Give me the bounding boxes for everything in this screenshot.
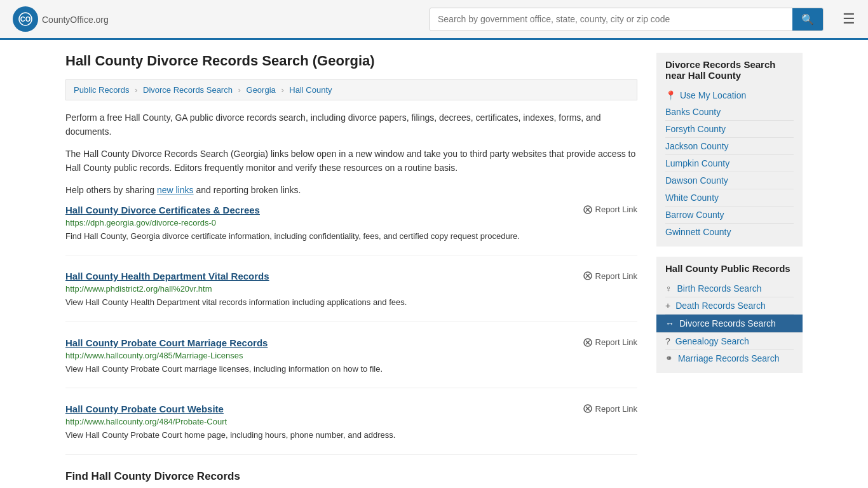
main-content: Hall County Divorce Records Search (Geor… [65,53,637,485]
public-record-link-3[interactable]: Genealogy Search [675,336,749,346]
new-links-link[interactable]: new links [157,185,194,195]
svg-text:CO: CO [20,15,31,23]
public-record-link-2[interactable]: Divorce Records Search [679,318,776,329]
nearby-county-link[interactable]: Barrow County [665,210,724,220]
rec-icon-4: ⚭ [665,353,673,363]
search-input[interactable] [430,8,792,30]
use-my-location[interactable]: 📍 Use My Location [665,87,794,104]
breadcrumb-sep-3: › [281,85,283,95]
nearby-county-link[interactable]: White County [665,193,719,203]
result-desc: View Hall County Health Department vital… [65,296,637,309]
logo-text: CountyOffice.org [42,13,109,26]
report-link-2[interactable]: Report Link [583,337,637,348]
public-record-item[interactable]: + Death Records Search [665,297,794,315]
search-button[interactable]: 🔍 [792,8,823,30]
result-desc: View Hall County Probate Court marriage … [65,363,637,376]
result-title-link[interactable]: Hall County Divorce Certificates & Decre… [65,205,260,215]
nearby-counties-list: Banks CountyForsyth CountyJackson County… [665,104,794,240]
nearby-county-item: Dawson County [665,172,794,189]
rec-icon-2: ↔ [665,318,674,329]
nearby-county-link[interactable]: Lumpkin County [665,158,729,168]
nearby-county-link[interactable]: Banks County [665,107,721,117]
nearby-county-item: Jackson County [665,138,794,155]
public-record-link-4[interactable]: Marriage Records Search [678,353,780,363]
result-url: http://www.hallcounty.org/484/Probate-Co… [65,417,637,426]
header: CO CountyOffice.org 🔍 ☰ [0,0,868,40]
description-1: Perform a free Hall County, GA public di… [65,111,637,139]
result-url: https://dph.georgia.gov/divorce-records-… [65,218,637,227]
logo-link[interactable]: CO CountyOffice.org [13,6,109,32]
nearby-county-item: Banks County [665,104,794,121]
public-record-item[interactable]: ? Genealogy Search [665,333,794,350]
public-record-link-0[interactable]: Birth Records Search [677,283,762,294]
result-title-link[interactable]: Hall County Health Department Vital Reco… [65,271,269,281]
nearby-county-link[interactable]: Dawson County [665,175,728,186]
nearby-county-link[interactable]: Jackson County [665,141,729,151]
nearby-section-title: Divorce Records Search near Hall County [665,59,794,81]
breadcrumb-public-records[interactable]: Public Records [74,85,129,95]
breadcrumb-hall-county[interactable]: Hall County [289,85,332,95]
result-desc: Find Hall County, Georgia divorce certif… [65,230,637,243]
rec-icon-3: ? [665,336,670,346]
pin-icon: 📍 [665,90,676,100]
result-url: http://www.phdistrict2.org/hall%20vr.htm [65,284,637,294]
nearby-county-link[interactable]: Gwinnett County [665,227,731,237]
result-item: Hall County Health Department Vital Reco… [65,271,637,322]
public-record-item[interactable]: ⚭ Marriage Records Search [665,350,794,367]
nearby-section: Divorce Records Search near Hall County … [656,53,803,247]
result-item: Hall County Probate Court Website Report… [65,403,637,455]
public-record-link-1[interactable]: Death Records Search [675,301,766,311]
search-bar: 🔍 [430,8,824,31]
result-desc: View Hall County Probate Court home page… [65,429,637,442]
public-records-section: Hall County Public Records ♀ Birth Recor… [656,257,803,373]
result-title-link[interactable]: Hall County Probate Court Website [65,403,224,414]
report-link-3[interactable]: Report Link [583,403,637,414]
result-url: http://www.hallcounty.org/485/Marriage-L… [65,351,637,360]
description-2: The Hall County Divorce Records Search (… [65,147,637,175]
logo-icon: CO [13,6,38,32]
rec-icon-0: ♀ [665,283,672,294]
nearby-county-link[interactable]: Forsyth County [665,124,726,134]
breadcrumb: Public Records › Divorce Records Search … [65,79,637,100]
results-container: Hall County Divorce Certificates & Decre… [65,205,637,455]
breadcrumb-sep-1: › [135,85,137,95]
public-record-item[interactable]: ♀ Birth Records Search [665,280,794,297]
nearby-county-item: Barrow County [665,207,794,224]
result-item: Hall County Divorce Certificates & Decre… [65,205,637,256]
public-records-list: ♀ Birth Records Search + Death Records S… [665,280,794,367]
report-link-0[interactable]: Report Link [583,205,637,215]
public-record-item[interactable]: ↔ Divorce Records Search [656,315,803,333]
page-title: Hall County Divorce Records Search (Geor… [65,53,637,69]
description-3: Help others by sharing new links and rep… [65,183,637,197]
rec-icon-1: + [665,301,670,311]
menu-icon[interactable]: ☰ [843,11,855,27]
report-link-1[interactable]: Report Link [583,271,637,281]
breadcrumb-divorce-records[interactable]: Divorce Records Search [143,85,233,95]
result-title-link[interactable]: Hall County Probate Court Marriage Recor… [65,337,268,348]
result-item: Hall County Probate Court Marriage Recor… [65,337,637,389]
nearby-county-item: White County [665,189,794,207]
sidebar: Divorce Records Search near Hall County … [656,53,803,485]
breadcrumb-georgia[interactable]: Georgia [247,85,276,95]
public-records-title: Hall County Public Records [665,263,794,274]
main-container: Hall County Divorce Records Search (Geor… [53,40,815,488]
nearby-county-item: Lumpkin County [665,155,794,172]
use-my-location-link[interactable]: Use My Location [680,90,746,100]
breadcrumb-sep-2: › [238,85,241,95]
find-section-title: Find Hall County Divorce Records [65,470,637,483]
nearby-county-item: Gwinnett County [665,224,794,240]
nearby-county-item: Forsyth County [665,121,794,138]
